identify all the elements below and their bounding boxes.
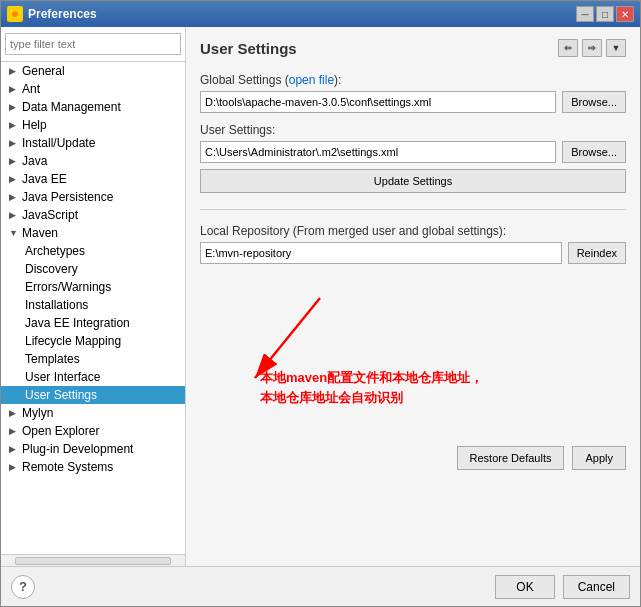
arrow-icon: ▶ [9, 156, 19, 166]
sidebar-item-java[interactable]: ▶ Java [1, 152, 185, 170]
window-icon [7, 6, 23, 22]
sidebar-item-lifecycle-mapping[interactable]: Lifecycle Mapping [1, 332, 185, 350]
nav-menu-button[interactable]: ▼ [606, 39, 626, 57]
restore-apply-row: Restore Defaults Apply [200, 446, 626, 470]
sidebar-item-label: Install/Update [22, 136, 95, 150]
local-repo-input[interactable] [200, 242, 562, 264]
user-browse-button[interactable]: Browse... [562, 141, 626, 163]
sidebar-item-templates[interactable]: Templates [1, 350, 185, 368]
bottom-bar: ? OK Cancel [1, 566, 640, 606]
panel-title-row: User Settings ⇦ ⇨ ▼ [200, 39, 626, 57]
sidebar-item-plugin-development[interactable]: ▶ Plug-in Development [1, 440, 185, 458]
sidebar-item-label: Java [22, 154, 47, 168]
svg-line-3 [255, 298, 320, 378]
close-button[interactable]: ✕ [616, 6, 634, 22]
global-settings-input[interactable] [200, 91, 556, 113]
filter-input[interactable] [5, 33, 181, 55]
sidebar-item-archetypes[interactable]: Archetypes [1, 242, 185, 260]
maximize-button[interactable]: □ [596, 6, 614, 22]
sidebar-item-maven[interactable]: ▼ Maven [1, 224, 185, 242]
minimize-button[interactable]: ─ [576, 6, 594, 22]
sidebar-item-mylyn[interactable]: ▶ Mylyn [1, 404, 185, 422]
apply-button[interactable]: Apply [572, 446, 626, 470]
arrow-icon: ▶ [9, 102, 19, 112]
sidebar-item-data-management[interactable]: ▶ Data Management [1, 98, 185, 116]
svg-point-1 [12, 11, 18, 17]
global-browse-button[interactable]: Browse... [562, 91, 626, 113]
sidebar-item-java-ee[interactable]: ▶ Java EE [1, 170, 185, 188]
annotation-arrow-svg [200, 278, 480, 438]
scrollbar-track[interactable] [15, 557, 171, 565]
sidebar-item-label: Templates [25, 352, 80, 366]
open-file-link[interactable]: open file [289, 73, 334, 87]
reindex-button[interactable]: Reindex [568, 242, 626, 264]
global-settings-row: Browse... [200, 91, 626, 113]
arrow-icon: ▶ [9, 408, 19, 418]
local-repo-row: Reindex [200, 242, 626, 264]
help-button[interactable]: ? [11, 575, 35, 599]
sidebar-item-general[interactable]: ▶ General [1, 62, 185, 80]
sidebar-item-user-settings[interactable]: User Settings [1, 386, 185, 404]
sidebar-item-java-persistence[interactable]: ▶ Java Persistence [1, 188, 185, 206]
sidebar-item-label: Java Persistence [22, 190, 113, 204]
local-repo-label: Local Repository (From merged user and g… [200, 224, 626, 238]
user-settings-row: Browse... [200, 141, 626, 163]
annotation-area: 本地maven配置文件和本地仓库地址，本地仓库地址会自动识别 [200, 278, 626, 438]
sidebar-item-label: Maven [22, 226, 58, 240]
sidebar-item-ant[interactable]: ▶ Ant [1, 80, 185, 98]
arrow-icon: ▶ [9, 84, 19, 94]
main-panel: User Settings ⇦ ⇨ ▼ Global Settings (ope… [186, 27, 640, 566]
nav-back-button[interactable]: ⇦ [558, 39, 578, 57]
sidebar-item-label: Open Explorer [22, 424, 99, 438]
update-settings-button[interactable]: Update Settings [200, 169, 626, 193]
window-title: Preferences [28, 7, 97, 21]
arrow-icon: ▶ [9, 444, 19, 454]
cancel-button[interactable]: Cancel [563, 575, 630, 599]
arrow-icon: ▶ [9, 210, 19, 220]
sidebar-item-errors-warnings[interactable]: Errors/Warnings [1, 278, 185, 296]
filter-box [1, 27, 185, 62]
sidebar-item-installations[interactable]: Installations [1, 296, 185, 314]
arrow-icon: ▶ [9, 66, 19, 76]
ok-button[interactable]: OK [495, 575, 554, 599]
sidebar-scrollbar[interactable] [1, 554, 185, 566]
sidebar-item-discovery[interactable]: Discovery [1, 260, 185, 278]
sidebar-item-label: User Interface [25, 370, 100, 384]
arrow-icon: ▶ [9, 174, 19, 184]
restore-defaults-button[interactable]: Restore Defaults [457, 446, 565, 470]
bottom-right-buttons: OK Cancel [495, 575, 630, 599]
global-settings-label: Global Settings (open file): [200, 73, 626, 87]
preferences-window: Preferences ─ □ ✕ ▶ General ▶ Ant [0, 0, 641, 607]
title-bar: Preferences ─ □ ✕ [1, 1, 640, 27]
sidebar-item-open-explorer[interactable]: ▶ Open Explorer [1, 422, 185, 440]
sidebar-item-help[interactable]: ▶ Help [1, 116, 185, 134]
annotation-text: 本地maven配置文件和本地仓库地址，本地仓库地址会自动识别 [260, 368, 490, 407]
sidebar-item-label: Mylyn [22, 406, 53, 420]
sidebar-item-label: Errors/Warnings [25, 280, 111, 294]
separator [200, 209, 626, 210]
sidebar-item-label: User Settings [25, 388, 97, 402]
sidebar: ▶ General ▶ Ant ▶ Data Management ▶ Help… [1, 27, 186, 566]
sidebar-item-user-interface[interactable]: User Interface [1, 368, 185, 386]
sidebar-item-label: Lifecycle Mapping [25, 334, 121, 348]
user-settings-input[interactable] [200, 141, 556, 163]
sidebar-item-label: Help [22, 118, 47, 132]
sidebar-item-label: Java EE Integration [25, 316, 130, 330]
arrow-icon: ▶ [9, 120, 19, 130]
user-settings-label: User Settings: [200, 123, 626, 137]
sidebar-item-label: Ant [22, 82, 40, 96]
sidebar-item-install-update[interactable]: ▶ Install/Update [1, 134, 185, 152]
tree-area: ▶ General ▶ Ant ▶ Data Management ▶ Help… [1, 62, 185, 554]
sidebar-item-label: Data Management [22, 100, 121, 114]
sidebar-item-label: Plug-in Development [22, 442, 133, 456]
sidebar-item-label: General [22, 64, 65, 78]
sidebar-item-remote-systems[interactable]: ▶ Remote Systems [1, 458, 185, 476]
sidebar-item-label: JavaScript [22, 208, 78, 222]
nav-forward-button[interactable]: ⇨ [582, 39, 602, 57]
sidebar-item-label: Java EE [22, 172, 67, 186]
sidebar-item-javascript[interactable]: ▶ JavaScript [1, 206, 185, 224]
sidebar-item-java-ee-integration[interactable]: Java EE Integration [1, 314, 185, 332]
arrow-icon: ▼ [9, 228, 19, 238]
sidebar-item-label: Installations [25, 298, 88, 312]
arrow-icon: ▶ [9, 138, 19, 148]
